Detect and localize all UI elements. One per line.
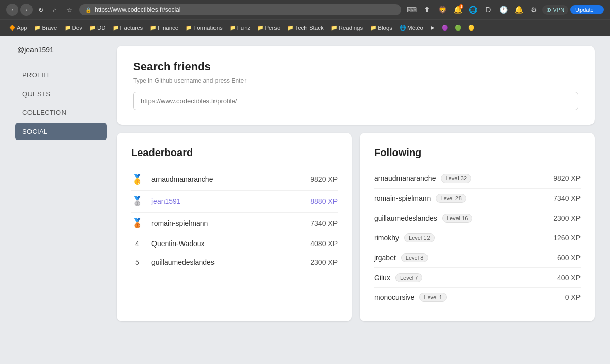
bookmark-tech-stack[interactable]: 📁 Tech Stack (284, 24, 326, 32)
table-row: 🥈 jean1591 8880 XP (131, 191, 338, 213)
table-row: 🥉 romain-spielmann 7340 XP (131, 213, 338, 234)
bottom-panels: Leaderboard 🥇 arnaudmanaranche 9820 XP 🥈… (117, 133, 595, 321)
bookmark-dev[interactable]: 📁 Dev (62, 24, 85, 32)
bookmark-youtube[interactable]: ▶ (428, 24, 438, 32)
silver-medal-icon: 🥈 (131, 196, 143, 207)
list-item: rimokhy Level 12 1260 XP (374, 228, 581, 248)
lb-name-self[interactable]: jean1591 (151, 197, 302, 205)
vpn-button[interactable]: ⊕ VPN (542, 5, 568, 15)
page-content: @jean1591 PROFILE QUESTS COLLECTION SOCI… (0, 36, 610, 364)
table-row: 🥇 arnaudmanaranche 9820 XP (131, 169, 338, 191)
browser-window: ‹ › ↻ ⌂ ☆ 🔒 https://www.codectibles.fr/s… (0, 0, 610, 364)
bookmark-ext1[interactable]: 🟣 (439, 24, 451, 32)
translate-button[interactable]: ⌨ (405, 3, 418, 16)
folder-icon: 📁 (370, 25, 376, 31)
folder-icon: 📁 (230, 25, 236, 31)
folder-icon: 📁 (257, 25, 263, 31)
fw-name[interactable]: guillaumedeslandes (374, 214, 437, 222)
folder-icon: 📁 (89, 25, 96, 31)
forward-button[interactable]: › (20, 4, 33, 16)
nav-buttons: ‹ › ↻ ⌂ ☆ (6, 4, 75, 16)
bookmark-formations[interactable]: 📁 Formations (182, 24, 226, 32)
bookmark-factures[interactable]: 📁 Factures (110, 24, 146, 32)
profile-button[interactable]: D (481, 3, 495, 16)
search-friends-card: Search friends Type in Github username a… (117, 46, 595, 125)
fw-name[interactable]: romain-spielmann (374, 194, 431, 202)
bookmark-readings[interactable]: 📁 Readings (328, 24, 367, 32)
list-item: Gilux Level 7 400 XP (374, 268, 581, 288)
fw-name[interactable]: rimokhy (374, 234, 399, 242)
fw-name[interactable]: arnaudmanaranche (374, 174, 436, 183)
fw-name[interactable]: monocursive (374, 293, 414, 301)
sidebar-item-quests[interactable]: QUESTS (15, 85, 107, 103)
notification-bell[interactable]: 🔔1 (451, 3, 464, 16)
lock-icon: 🔒 (85, 7, 92, 13)
list-item: romain-spielmann Level 28 7340 XP (374, 189, 581, 208)
fw-xp: 600 XP (557, 254, 581, 262)
bookmark-app[interactable]: 🔶 App (6, 24, 30, 32)
fw-name[interactable]: Gilux (374, 274, 390, 282)
list-item: jrgabet Level 8 600 XP (374, 248, 581, 268)
following-title: Following (374, 147, 581, 159)
fw-xp: 400 XP (557, 274, 581, 282)
level-badge: Level 8 (401, 253, 428, 262)
lb-rank: 4 (131, 239, 143, 248)
folder-icon: 📁 (150, 25, 156, 31)
bookmark-meteo[interactable]: 🌐 Météo (396, 24, 426, 32)
bookmark-brave[interactable]: 📁 Brave (31, 24, 60, 32)
folder-icon: 📁 (186, 25, 192, 31)
address-bar[interactable]: 🔒 https://www.codectibles.fr/social (79, 4, 401, 15)
bookmark-dd[interactable]: 📁 DD (86, 24, 109, 32)
lb-name[interactable]: Quentin-Wadoux (151, 239, 302, 248)
sidebar-item-social[interactable]: SOCIAL (15, 123, 107, 140)
fw-xp: 9820 XP (553, 174, 581, 183)
bookmark-ext2[interactable]: 🟢 (452, 24, 464, 32)
menu-icon: ≡ (596, 7, 599, 13)
bookmark-funz[interactable]: 📁 Funz (227, 24, 254, 32)
folder-icon: 📁 (113, 25, 119, 31)
brave-icon[interactable]: 🦁 (436, 3, 449, 16)
search-input[interactable] (133, 92, 578, 110)
globe-icon: 🌐 (400, 25, 406, 31)
home-button[interactable]: ⌂ (49, 4, 61, 16)
lb-xp: 4080 XP (310, 239, 338, 248)
bookmark-perso[interactable]: 📁 Perso (254, 24, 283, 32)
lb-name[interactable]: romain-spielmann (151, 219, 302, 227)
history-button[interactable]: 🕐 (497, 3, 510, 16)
share-button[interactable]: ⬆ (420, 3, 434, 16)
url-text: https://www.codectibles.fr/social (95, 6, 180, 13)
more-button[interactable]: ⚙ (527, 3, 540, 16)
folder-icon: 📁 (34, 25, 40, 31)
fw-name[interactable]: jrgabet (374, 254, 396, 262)
ext3-icon: 🟡 (468, 25, 474, 31)
bookmarks-bar: 🔶 App 📁 Brave 📁 Dev 📁 DD 📁 Factures 📁 Fi… (0, 19, 610, 36)
app-icon: 🔶 (9, 25, 15, 31)
lb-xp: 2300 XP (310, 258, 338, 266)
back-button[interactable]: ‹ (6, 4, 18, 16)
sidebar-nav: PROFILE QUESTS COLLECTION SOCIAL (15, 66, 107, 140)
browser-titlebar: ‹ › ↻ ⌂ ☆ 🔒 https://www.codectibles.fr/s… (0, 0, 610, 19)
list-item: guillaumedeslandes Level 16 2300 XP (374, 208, 581, 228)
leaderboard-title: Leaderboard (131, 147, 338, 159)
sidebar-item-collection[interactable]: COLLECTION (15, 104, 107, 122)
lb-name[interactable]: guillaumedeslandes (151, 258, 302, 266)
bookmark-finance[interactable]: 📁 Finance (147, 24, 181, 32)
bookmark-star-button[interactable]: ☆ (63, 4, 75, 16)
bookmark-blogs[interactable]: 📁 Blogs (367, 24, 395, 32)
alerts-button[interactable]: 🔔 (512, 3, 525, 16)
bookmark-ext3[interactable]: 🟡 (465, 24, 477, 32)
main-content: Search friends Type in Github username a… (117, 46, 595, 354)
lb-name[interactable]: arnaudmanaranche (151, 175, 302, 184)
refresh-button[interactable]: ↻ (35, 4, 47, 16)
fw-xp: 7340 XP (553, 194, 581, 202)
extensions-button[interactable]: 🌐 (466, 3, 479, 16)
table-row: 4 Quentin-Wadoux 4080 XP (131, 234, 338, 253)
lb-rank: 5 (131, 258, 143, 266)
level-badge: Level 32 (441, 174, 471, 183)
level-badge: Level 12 (404, 233, 435, 242)
search-friends-subtitle: Type in Github username and press Enter (133, 77, 578, 84)
update-button[interactable]: Update ≡ (570, 5, 604, 14)
folder-icon: 📁 (331, 25, 337, 31)
sidebar-item-profile[interactable]: PROFILE (15, 66, 107, 84)
level-badge: Level 1 (419, 293, 446, 302)
